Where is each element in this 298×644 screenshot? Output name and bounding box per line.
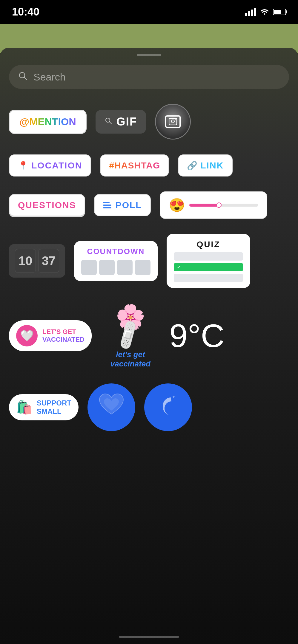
link-sticker[interactable]: 🔗 LINK — [178, 154, 233, 177]
temperature-value: 9°C — [169, 317, 225, 354]
svg-point-6 — [171, 120, 174, 123]
poll-icon — [103, 202, 111, 208]
home-indicator — [119, 636, 179, 638]
questions-sticker[interactable]: QUESTIONS — [9, 194, 85, 216]
location-label: LOCATION — [31, 160, 82, 171]
location-sticker[interactable]: 📍 LOCATION — [9, 154, 91, 177]
quiz-check-icon: ✓ — [177, 264, 181, 270]
sticker-row-6: 🛍️ SUPPORT SMALL — [9, 383, 289, 431]
status-time: 10:40 — [12, 6, 39, 18]
status-icons — [245, 7, 286, 17]
vaccine-lets: LET'S GET — [42, 328, 85, 336]
vaccine-heart-icon: 🤍 — [20, 329, 34, 342]
hashtag-label: #HASHTAG — [109, 160, 160, 171]
countdown-tiles — [81, 260, 150, 275]
sticker-row-2: 📍 LOCATION #HASHTAG 🔗 LINK — [9, 154, 289, 177]
link-label: LINK — [200, 160, 224, 171]
link-icon: 🔗 — [187, 161, 197, 171]
svg-rect-7 — [175, 119, 176, 120]
quiz-option-3 — [174, 274, 243, 282]
photo-frame-icon — [165, 115, 181, 128]
location-icon: 📍 — [18, 161, 28, 171]
mention-sticker[interactable]: @MENTION — [9, 110, 87, 134]
support-small-sticker[interactable]: 🛍️ SUPPORT SMALL — [9, 394, 79, 420]
poll-sticker[interactable]: POLL — [94, 194, 151, 216]
support-line2: SMALL — [37, 407, 71, 416]
status-bar: 10:40 — [0, 0, 298, 24]
search-placeholder: Search — [33, 71, 66, 83]
svg-line-4 — [109, 122, 111, 124]
countdown-sticker[interactable]: COUNTDOWN — [74, 241, 158, 281]
flip-digit-1: 10 — [15, 249, 36, 273]
vaccine-art-sticker[interactable]: 🌸 🩹 let's getvaccinated — [101, 303, 160, 369]
signal-icon — [245, 8, 256, 16]
countdown-tile-3 — [117, 260, 133, 275]
sticker-row-4: 10 37 COUNTDOWN QUIZ ✓ — [9, 234, 289, 288]
questions-label: QUESTIONS — [18, 200, 76, 210]
quiz-options: ✓ — [174, 252, 243, 282]
countdown-tile-4 — [135, 260, 150, 275]
moon-sticker[interactable] — [144, 383, 192, 431]
search-bar[interactable]: Search — [9, 65, 289, 89]
quiz-label: QUIZ — [174, 240, 243, 249]
sticker-row-3: QUESTIONS POLL 😍 — [9, 191, 289, 219]
svg-point-0 — [264, 13, 265, 15]
wifi-icon — [260, 7, 269, 17]
emoji-slider-sticker[interactable]: 😍 — [160, 191, 267, 219]
moon-icon — [156, 393, 180, 422]
support-text: SUPPORT SMALL — [37, 399, 71, 416]
countdown-label: COUNTDOWN — [87, 247, 145, 256]
drag-handle[interactable] — [137, 54, 161, 56]
blue-heart-sticker[interactable] — [87, 383, 135, 431]
battery-icon — [273, 9, 286, 15]
sticker-panel: Search @MENTION GIF — [0, 48, 298, 644]
slider-track[interactable] — [189, 204, 258, 207]
svg-line-2 — [24, 77, 27, 80]
countdown-tile-2 — [99, 260, 115, 275]
sticker-grid: @MENTION GIF — [9, 104, 289, 431]
bag-icon: 🛍️ — [16, 400, 33, 415]
quiz-option-2: ✓ — [174, 263, 243, 271]
quiz-option-1 — [174, 252, 243, 261]
vaccine-art-label: let's getvaccinated — [110, 350, 150, 369]
support-line1: SUPPORT — [37, 399, 71, 407]
flip-digit-2: 37 — [38, 249, 59, 273]
hashtag-sticker[interactable]: #HASHTAG — [100, 154, 169, 177]
heart-decoration — [98, 393, 125, 421]
gif-sticker[interactable]: GIF — [96, 110, 146, 134]
slider-emoji: 😍 — [169, 197, 185, 213]
flipclock-sticker[interactable]: 10 37 — [9, 244, 65, 278]
countdown-tile-1 — [81, 260, 97, 275]
sticker-row-5: 🤍 LET'S GET VACCINATED 🌸 🩹 let's getvacc… — [9, 303, 289, 369]
mention-label: @MENTION — [19, 116, 76, 128]
vaccine-text: LET'S GET VACCINATED — [42, 328, 85, 343]
vaccine-circle: 🤍 — [16, 325, 38, 346]
search-icon — [18, 71, 27, 83]
slider-thumb — [216, 202, 222, 208]
vaccine-art: 🌸 🩹 — [104, 303, 157, 347]
temperature-sticker[interactable]: 9°C — [169, 319, 225, 352]
gif-label: GIF — [116, 115, 137, 128]
vaccine-vacc: VACCINATED — [42, 336, 85, 343]
gif-search-icon — [105, 117, 112, 127]
sticker-row-1: @MENTION GIF — [9, 104, 289, 140]
quiz-sticker[interactable]: QUIZ ✓ — [167, 234, 250, 288]
photo-sticker[interactable] — [155, 104, 191, 140]
poll-label: POLL — [116, 200, 142, 210]
vaccine-badge-sticker[interactable]: 🤍 LET'S GET VACCINATED — [9, 320, 92, 351]
